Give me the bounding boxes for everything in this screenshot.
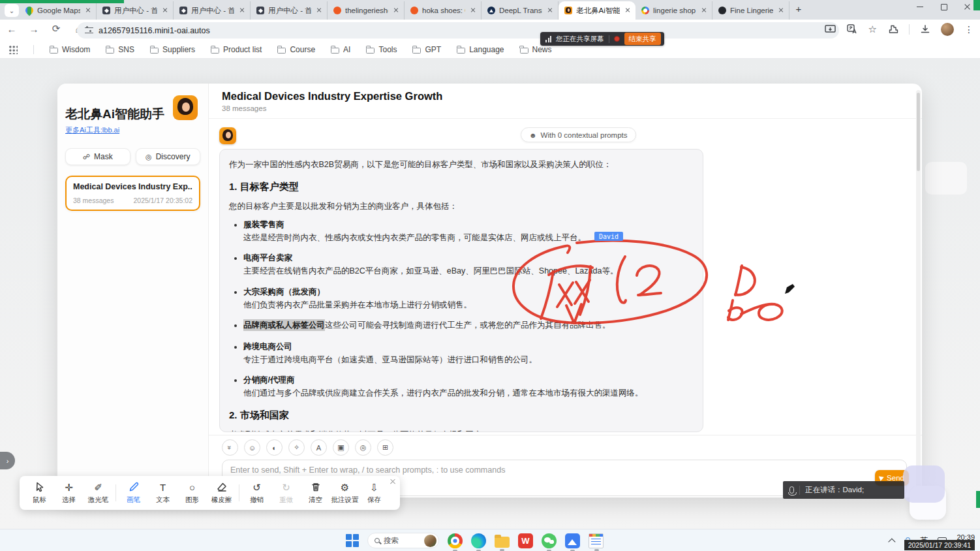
edge-taskbar-icon[interactable] bbox=[471, 533, 486, 548]
browser-tab[interactable]: hoka shoes: Ove bbox=[405, 1, 482, 20]
tool-pen-active[interactable]: 画笔 bbox=[119, 481, 148, 505]
chrome-taskbar-icon[interactable] bbox=[448, 533, 463, 548]
window-maximize-button[interactable] bbox=[940, 3, 947, 10]
folder-icon bbox=[50, 48, 58, 54]
tool-undo[interactable]: ↺ 撤销 bbox=[242, 481, 271, 505]
browser-tab[interactable]: 用户中心 - 首页 bbox=[251, 1, 328, 20]
bookmark-item[interactable]: Suppliers bbox=[150, 45, 195, 54]
tool-label: 激光笔 bbox=[88, 496, 109, 505]
chat-body[interactable]: ☻ With 0 contextual prompts 作为一家中国的性感内衣B… bbox=[209, 119, 922, 435]
share-divider bbox=[609, 35, 609, 43]
tool-label: 批注设置 bbox=[331, 496, 359, 505]
notepad-app-icon[interactable] bbox=[589, 533, 604, 548]
browser-tab[interactable]: DeepL Translate bbox=[482, 1, 559, 20]
tool-eraser[interactable]: 橡皮擦 bbox=[207, 481, 236, 505]
bullet-item: 跨境电商公司专注于通过跨境电商平台（如速卖通、亚马逊国际站等）进行进口和销售的公… bbox=[243, 341, 694, 366]
tab-label: hoka shoes: Ove bbox=[422, 7, 465, 14]
bookmark-item[interactable]: Language bbox=[457, 45, 504, 54]
bookmark-item[interactable]: Course bbox=[277, 45, 315, 54]
tab-label: 老北鼻Ai智能助手 bbox=[576, 6, 620, 16]
tool-text[interactable]: T 文本 bbox=[148, 481, 177, 505]
bookmark-item[interactable]: AI bbox=[331, 45, 350, 54]
window-minimize-button[interactable] bbox=[916, 3, 924, 10]
bookmark-item[interactable]: News bbox=[520, 45, 552, 54]
font-size-icon[interactable]: A bbox=[311, 439, 327, 456]
tab-close-icon[interactable] bbox=[777, 7, 785, 14]
tab-close-icon[interactable] bbox=[392, 7, 400, 14]
bookmark-item[interactable]: Product list bbox=[211, 45, 262, 54]
browser-tab[interactable]: 用户中心 - 首页 bbox=[174, 1, 251, 20]
browser-tab[interactable]: lingerie shop - G bbox=[635, 1, 712, 20]
robot-icon[interactable]: ◎ bbox=[355, 439, 371, 456]
tab-close-icon[interactable] bbox=[315, 7, 323, 14]
wechat-icon[interactable] bbox=[542, 533, 557, 548]
folder-icon bbox=[277, 48, 286, 54]
bookmark-item[interactable]: Wisdom bbox=[50, 45, 90, 54]
reload-button[interactable]: ⟳ bbox=[50, 23, 63, 35]
mask-button[interactable]: ☍Mask bbox=[65, 148, 130, 165]
tool-laser-pen[interactable]: ✐ 激光笔 bbox=[84, 481, 113, 505]
back-button[interactable]: ← bbox=[5, 24, 18, 35]
bookmark-item[interactable]: SNS bbox=[106, 45, 134, 54]
new-tab-button[interactable]: + bbox=[793, 5, 804, 15]
browser-tab[interactable]: Google Maps bbox=[20, 1, 97, 20]
theme-icon[interactable]: ◐ bbox=[266, 439, 283, 456]
collapse-chevron-icon[interactable]: » bbox=[222, 439, 238, 456]
tab-close-icon[interactable] bbox=[546, 7, 554, 14]
screen-share-bar: 您正在共享屏幕 结束共享 bbox=[540, 32, 664, 46]
user-center-favicon bbox=[256, 7, 264, 14]
image-icon[interactable]: ▣ bbox=[333, 439, 349, 456]
more-tools-link[interactable]: 更多Ai工具:lbb.ai bbox=[65, 125, 119, 135]
discovery-button[interactable]: ◎Discovery bbox=[136, 148, 201, 165]
tool-shapes[interactable]: ○ 图形 bbox=[177, 481, 207, 505]
search-highlight-image[interactable] bbox=[424, 535, 436, 547]
tab-close-icon[interactable] bbox=[238, 7, 246, 14]
translate-icon[interactable] bbox=[847, 24, 858, 35]
floating-widget[interactable] bbox=[903, 465, 945, 503]
tab-close-icon[interactable] bbox=[624, 7, 632, 14]
tool-cursor[interactable]: 鼠标 bbox=[25, 481, 54, 505]
bookmark-star-icon[interactable]: ☆ bbox=[868, 24, 877, 35]
portrait-icon[interactable]: ☺ bbox=[244, 439, 260, 456]
stop-sharing-button[interactable]: 结束共享 bbox=[624, 33, 661, 45]
start-button[interactable] bbox=[346, 534, 359, 547]
browser-tab-active[interactable]: 老北鼻Ai智能助手 bbox=[559, 1, 635, 20]
bookmark-item[interactable]: Tools bbox=[366, 45, 397, 54]
tab-close-icon[interactable] bbox=[469, 7, 477, 14]
wps-office-icon[interactable]: W bbox=[518, 533, 533, 548]
browser-tab[interactable]: thelingerieshop bbox=[328, 1, 405, 20]
signal-bars-icon bbox=[545, 36, 551, 42]
tray-overflow-chevron-icon[interactable] bbox=[889, 538, 896, 545]
cast-install-icon[interactable] bbox=[825, 24, 836, 35]
chat-list-item[interactable]: Medical Devices Industry Exp... 38 messa… bbox=[65, 176, 200, 211]
chat-scrollbar[interactable] bbox=[916, 90, 921, 491]
address-bar[interactable]: a12657915116.mini1-oai.autos bbox=[77, 22, 839, 39]
apps-grid-icon[interactable] bbox=[9, 46, 18, 54]
tool-clear[interactable]: 清空 bbox=[301, 481, 330, 505]
profile-avatar[interactable] bbox=[941, 23, 954, 36]
contextual-prompts-pill[interactable]: ☻ With 0 contextual prompts bbox=[521, 127, 636, 142]
tool-annotation-settings[interactable]: ⚙ 批注设置 bbox=[330, 481, 360, 505]
browser-tab[interactable]: 用户中心 - 首页 bbox=[97, 1, 174, 20]
prompt-wand-icon[interactable]: ✧ bbox=[288, 439, 305, 456]
forward-button[interactable]: → bbox=[27, 24, 40, 35]
plugins-grid-icon[interactable]: ⊞ bbox=[377, 439, 393, 456]
cloud-app-icon[interactable] bbox=[565, 533, 580, 548]
site-settings-icon[interactable] bbox=[85, 27, 93, 33]
browser-tab[interactable]: Fine Lingerie, Sle bbox=[712, 1, 789, 20]
file-explorer-icon[interactable] bbox=[495, 537, 510, 548]
tool-select[interactable]: ✛ 选择 bbox=[54, 481, 84, 505]
tool-save[interactable]: ⇩ 保存 bbox=[360, 481, 389, 505]
annotation-toolbar-close-icon[interactable] bbox=[390, 479, 396, 485]
tab-close-icon[interactable] bbox=[700, 7, 708, 14]
window-close-button[interactable] bbox=[963, 3, 971, 10]
extensions-icon[interactable] bbox=[887, 24, 898, 35]
tab-close-icon[interactable] bbox=[84, 7, 92, 14]
bookmark-item[interactable]: GPT bbox=[412, 45, 441, 54]
chat-title: Medical Devices Industry Expertise Growt… bbox=[222, 90, 909, 102]
downloads-icon[interactable] bbox=[920, 24, 930, 35]
taskbar-search[interactable]: 搜索 bbox=[367, 533, 439, 548]
tab-close-icon[interactable] bbox=[161, 7, 169, 14]
browser-menu-icon[interactable]: ⋮ bbox=[964, 24, 973, 35]
tab-search-chevron-icon[interactable]: ⌄ bbox=[5, 4, 19, 17]
